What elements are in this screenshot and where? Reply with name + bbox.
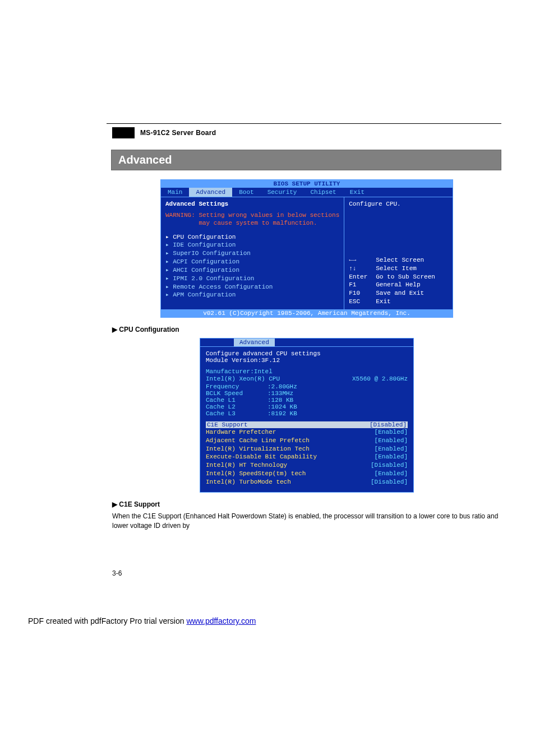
menu-cpu-configuration[interactable]: CPU Configuration [165, 233, 339, 242]
freq-label: Frequency [206, 383, 268, 390]
tab-exit[interactable]: Exit [343, 188, 371, 197]
opt-speedstep[interactable]: Intel(R) SpeedStep(tm) tech [Enabled] [206, 470, 408, 478]
key-lr-desc: Select Screen [376, 256, 424, 265]
advanced-settings-heading: Advanced Settings [165, 201, 339, 207]
tab-security[interactable]: Security [261, 188, 304, 197]
menu-superio-configuration[interactable]: SuperIO Configuration [165, 249, 339, 258]
opt-xd-bit-value: [Enabled] [375, 453, 408, 461]
opt-ht[interactable]: Intel(R) HT Technology [Disabled] [206, 461, 408, 470]
opt-c1e-support[interactable]: C1E Support [Disabled] [206, 421, 408, 428]
l2-value: :1024 KB [268, 403, 297, 410]
key-ud: ↑↓ [349, 265, 376, 273]
cpu-tab-advanced: Advanced [234, 338, 275, 346]
key-f10: F10 [349, 289, 376, 298]
cpu-model: X5560 @ 2.80GHz [352, 375, 408, 383]
key-f1-desc: General Help [376, 281, 420, 289]
pdf-footer-text: PDF created with pdfFactory Pro trial ve… [28, 616, 186, 625]
bios-title: BIOS SETUP UTILITY [161, 180, 453, 188]
key-ud-desc: Select Item [376, 265, 417, 273]
l1-value: :128 KB [268, 397, 293, 403]
tab-chipset[interactable]: Chipset [303, 188, 343, 197]
l2-label: Cache L2 [206, 403, 268, 410]
menu-ide-configuration[interactable]: IDE Configuration [165, 241, 339, 249]
opt-hw-prefetcher[interactable]: Hardware Prefetcher [Enabled] [206, 428, 408, 437]
bios-footer: v02.61 (C)Copyright 1985-2006, American … [161, 309, 453, 317]
opt-ht-label: Intel(R) HT Technology [206, 461, 287, 470]
opt-xd-bit[interactable]: Execute-Disable Bit Capability [Enabled] [206, 453, 408, 461]
header-black-box [112, 127, 135, 138]
key-f1: F1 [349, 281, 376, 289]
cpu-config-heading: ▶ CPU Configuration [112, 326, 501, 333]
key-enter: Enter [349, 273, 376, 281]
menu-acpi-configuration[interactable]: ACPI Configuration [165, 258, 339, 266]
menu-ipmi-configuration[interactable]: IPMI 2.0 Configuration [165, 275, 339, 283]
opt-ht-value: [Disabled] [371, 461, 408, 470]
tab-boot[interactable]: Boot [232, 188, 260, 197]
opt-adjacent-cache[interactable]: Adjacent Cache Line Prefetch [Enabled] [206, 437, 408, 445]
c1e-body: When the C1E Support (Enhanced Halt Powe… [112, 512, 501, 531]
bios-warning: WARNING: Setting wrong values in below s… [165, 212, 339, 228]
pdf-factory-link[interactable]: www.pdffactory.com [186, 616, 256, 625]
board-header: MS-91C2 Server Board [112, 127, 501, 138]
menu-ahci-configuration[interactable]: AHCI Configuration [165, 266, 339, 275]
opt-xd-bit-label: Execute-Disable Bit Capability [206, 453, 317, 461]
key-esc-desc: Exit [376, 298, 390, 306]
opt-vt-label: Intel(R) Virtualization Tech [206, 445, 310, 453]
bios-main-screen: BIOS SETUP UTILITY Main Advanced Boot Se… [160, 179, 453, 318]
bios-menu: CPU Configuration IDE Configuration Supe… [165, 233, 339, 300]
key-enter-desc: Go to Sub Screen [376, 273, 435, 281]
bios-key-help: ←→Select Screen ↑↓Select Item EnterGo to… [349, 256, 448, 306]
bios-tabs: Main Advanced Boot Security Chipset Exit [161, 188, 453, 197]
opt-speedstep-label: Intel(R) SpeedStep(tm) tech [206, 470, 306, 478]
key-lr: ←→ [349, 256, 376, 265]
opt-speedstep-value: [Enabled] [375, 470, 408, 478]
opt-turbo-value: [Disabled] [371, 478, 408, 486]
key-f10-desc: Save and Exit [376, 289, 424, 298]
cpu-name: Intel(R) Xeon(R) CPU [206, 375, 280, 383]
tab-main[interactable]: Main [161, 188, 189, 197]
board-title: MS-91C2 Server Board [140, 129, 216, 137]
bios-left-panel: Advanced Settings WARNING: Setting wrong… [161, 197, 344, 309]
opt-adjacent-cache-value: [Enabled] [375, 437, 408, 445]
cpu-manufacturer: Manufacturer:Intel [206, 368, 408, 375]
opt-c1e-label: C1E Support [207, 421, 248, 428]
opt-hw-prefetcher-value: [Enabled] [375, 428, 408, 437]
c1e-heading: ▶ C1E Support [112, 500, 501, 508]
opt-turbo-label: Intel(R) TurboMode tech [206, 478, 291, 486]
page-number: 3-6 [112, 569, 501, 577]
opt-turbo[interactable]: Intel(R) TurboMode tech [Disabled] [206, 478, 408, 486]
bios-help-title: Configure CPU. [349, 201, 448, 207]
cpu-settings-title: Configure advanced CPU settings [206, 350, 408, 357]
menu-remote-access-configuration[interactable]: Remote Access Configuration [165, 283, 339, 291]
top-rule [107, 123, 501, 124]
opt-vt[interactable]: Intel(R) Virtualization Tech [Enabled] [206, 445, 408, 453]
bios-right-panel: Configure CPU. ←→Select Screen ↑↓Select … [344, 197, 453, 309]
key-esc: ESC [349, 298, 376, 306]
opt-vt-value: [Enabled] [375, 445, 408, 453]
l3-label: Cache L3 [206, 410, 268, 417]
opt-adjacent-cache-label: Adjacent Cache Line Prefetch [206, 437, 310, 445]
opt-hw-prefetcher-label: Hardware Prefetcher [206, 428, 276, 437]
bclk-label: BCLK Speed [206, 390, 268, 397]
freq-value: :2.80GHz [268, 383, 297, 390]
bios-cpu-screen: Advanced Configure advanced CPU settings… [200, 338, 414, 493]
l3-value: :8192 KB [268, 410, 297, 417]
pdf-footer: PDF created with pdfFactory Pro trial ve… [0, 611, 535, 631]
bclk-value: :133MHz [268, 390, 293, 397]
opt-c1e-value: [Disabled] [370, 421, 407, 428]
menu-apm-configuration[interactable]: APM Configuration [165, 291, 339, 299]
l1-label: Cache L1 [206, 397, 268, 403]
section-title: Advanced [111, 150, 501, 170]
cpu-module-version: Module Version:3F.12 [206, 357, 408, 364]
tab-advanced[interactable]: Advanced [189, 188, 232, 197]
